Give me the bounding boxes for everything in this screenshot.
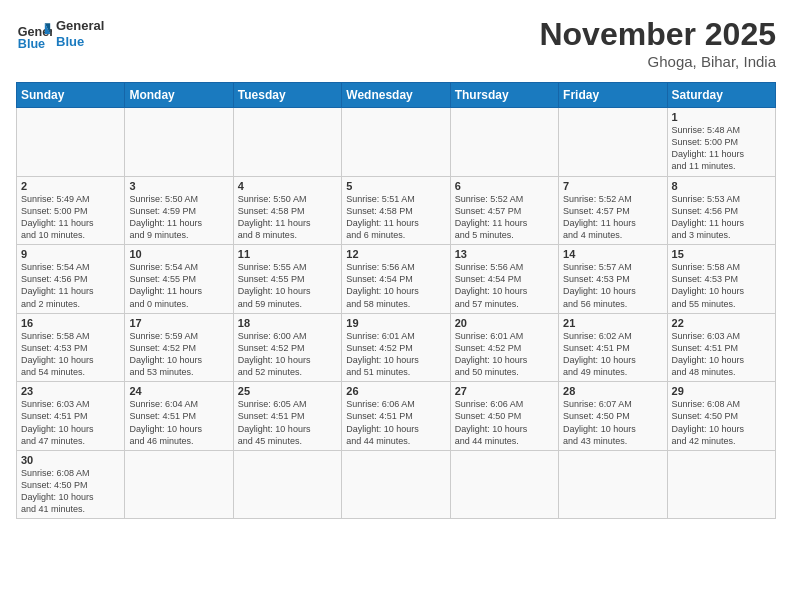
weekday-header-friday: Friday xyxy=(559,83,667,108)
day-info: Sunrise: 6:08 AM Sunset: 4:50 PM Dayligh… xyxy=(21,467,120,516)
calendar-cell: 14Sunrise: 5:57 AM Sunset: 4:53 PM Dayli… xyxy=(559,245,667,314)
calendar-table: SundayMondayTuesdayWednesdayThursdayFrid… xyxy=(16,82,776,519)
day-number: 6 xyxy=(455,180,554,192)
calendar-cell: 2Sunrise: 5:49 AM Sunset: 5:00 PM Daylig… xyxy=(17,176,125,245)
day-info: Sunrise: 6:03 AM Sunset: 4:51 PM Dayligh… xyxy=(21,398,120,447)
calendar-cell: 15Sunrise: 5:58 AM Sunset: 4:53 PM Dayli… xyxy=(667,245,775,314)
page-header: General Blue General Blue November 2025 … xyxy=(16,16,776,70)
logo: General Blue General Blue xyxy=(16,16,104,52)
calendar-cell: 17Sunrise: 5:59 AM Sunset: 4:52 PM Dayli… xyxy=(125,313,233,382)
day-info: Sunrise: 6:01 AM Sunset: 4:52 PM Dayligh… xyxy=(455,330,554,379)
day-info: Sunrise: 5:50 AM Sunset: 4:59 PM Dayligh… xyxy=(129,193,228,242)
calendar-cell: 23Sunrise: 6:03 AM Sunset: 4:51 PM Dayli… xyxy=(17,382,125,451)
day-number: 17 xyxy=(129,317,228,329)
calendar-cell: 16Sunrise: 5:58 AM Sunset: 4:53 PM Dayli… xyxy=(17,313,125,382)
calendar-cell: 1Sunrise: 5:48 AM Sunset: 5:00 PM Daylig… xyxy=(667,108,775,177)
day-number: 12 xyxy=(346,248,445,260)
day-info: Sunrise: 6:07 AM Sunset: 4:50 PM Dayligh… xyxy=(563,398,662,447)
weekday-header-tuesday: Tuesday xyxy=(233,83,341,108)
calendar-row-0: 1Sunrise: 5:48 AM Sunset: 5:00 PM Daylig… xyxy=(17,108,776,177)
weekday-header-saturday: Saturday xyxy=(667,83,775,108)
day-info: Sunrise: 5:50 AM Sunset: 4:58 PM Dayligh… xyxy=(238,193,337,242)
calendar-cell: 21Sunrise: 6:02 AM Sunset: 4:51 PM Dayli… xyxy=(559,313,667,382)
day-info: Sunrise: 5:59 AM Sunset: 4:52 PM Dayligh… xyxy=(129,330,228,379)
day-number: 28 xyxy=(563,385,662,397)
day-number: 14 xyxy=(563,248,662,260)
weekday-header-monday: Monday xyxy=(125,83,233,108)
weekday-header-sunday: Sunday xyxy=(17,83,125,108)
calendar-cell: 9Sunrise: 5:54 AM Sunset: 4:56 PM Daylig… xyxy=(17,245,125,314)
calendar-cell: 25Sunrise: 6:05 AM Sunset: 4:51 PM Dayli… xyxy=(233,382,341,451)
calendar-cell: 5Sunrise: 5:51 AM Sunset: 4:58 PM Daylig… xyxy=(342,176,450,245)
day-info: Sunrise: 5:58 AM Sunset: 4:53 PM Dayligh… xyxy=(672,261,771,310)
day-info: Sunrise: 5:56 AM Sunset: 4:54 PM Dayligh… xyxy=(346,261,445,310)
calendar-cell: 13Sunrise: 5:56 AM Sunset: 4:54 PM Dayli… xyxy=(450,245,558,314)
day-info: Sunrise: 6:04 AM Sunset: 4:51 PM Dayligh… xyxy=(129,398,228,447)
day-info: Sunrise: 6:08 AM Sunset: 4:50 PM Dayligh… xyxy=(672,398,771,447)
logo-icon: General Blue xyxy=(16,16,52,52)
day-number: 23 xyxy=(21,385,120,397)
calendar-cell: 26Sunrise: 6:06 AM Sunset: 4:51 PM Dayli… xyxy=(342,382,450,451)
day-number: 8 xyxy=(672,180,771,192)
day-info: Sunrise: 5:49 AM Sunset: 5:00 PM Dayligh… xyxy=(21,193,120,242)
calendar-row-1: 2Sunrise: 5:49 AM Sunset: 5:00 PM Daylig… xyxy=(17,176,776,245)
calendar-cell: 20Sunrise: 6:01 AM Sunset: 4:52 PM Dayli… xyxy=(450,313,558,382)
calendar-row-3: 16Sunrise: 5:58 AM Sunset: 4:53 PM Dayli… xyxy=(17,313,776,382)
logo-general-text: General xyxy=(56,18,104,34)
day-number: 26 xyxy=(346,385,445,397)
calendar-cell xyxy=(342,108,450,177)
calendar-cell xyxy=(450,108,558,177)
day-number: 29 xyxy=(672,385,771,397)
svg-text:Blue: Blue xyxy=(18,37,45,51)
day-number: 18 xyxy=(238,317,337,329)
calendar-cell xyxy=(17,108,125,177)
calendar-cell xyxy=(559,108,667,177)
calendar-row-2: 9Sunrise: 5:54 AM Sunset: 4:56 PM Daylig… xyxy=(17,245,776,314)
day-info: Sunrise: 5:52 AM Sunset: 4:57 PM Dayligh… xyxy=(455,193,554,242)
day-info: Sunrise: 6:06 AM Sunset: 4:50 PM Dayligh… xyxy=(455,398,554,447)
day-info: Sunrise: 5:51 AM Sunset: 4:58 PM Dayligh… xyxy=(346,193,445,242)
logo-blue-text: Blue xyxy=(56,34,104,50)
day-info: Sunrise: 6:05 AM Sunset: 4:51 PM Dayligh… xyxy=(238,398,337,447)
calendar-cell: 24Sunrise: 6:04 AM Sunset: 4:51 PM Dayli… xyxy=(125,382,233,451)
day-number: 16 xyxy=(21,317,120,329)
calendar-cell xyxy=(559,450,667,519)
day-info: Sunrise: 5:48 AM Sunset: 5:00 PM Dayligh… xyxy=(672,124,771,173)
calendar-cell: 27Sunrise: 6:06 AM Sunset: 4:50 PM Dayli… xyxy=(450,382,558,451)
day-info: Sunrise: 5:52 AM Sunset: 4:57 PM Dayligh… xyxy=(563,193,662,242)
day-info: Sunrise: 6:01 AM Sunset: 4:52 PM Dayligh… xyxy=(346,330,445,379)
weekday-header-thursday: Thursday xyxy=(450,83,558,108)
day-number: 21 xyxy=(563,317,662,329)
day-number: 1 xyxy=(672,111,771,123)
day-number: 30 xyxy=(21,454,120,466)
day-number: 3 xyxy=(129,180,228,192)
day-number: 20 xyxy=(455,317,554,329)
calendar-cell: 22Sunrise: 6:03 AM Sunset: 4:51 PM Dayli… xyxy=(667,313,775,382)
calendar-cell: 8Sunrise: 5:53 AM Sunset: 4:56 PM Daylig… xyxy=(667,176,775,245)
calendar-cell: 19Sunrise: 6:01 AM Sunset: 4:52 PM Dayli… xyxy=(342,313,450,382)
day-info: Sunrise: 5:53 AM Sunset: 4:56 PM Dayligh… xyxy=(672,193,771,242)
calendar-cell: 6Sunrise: 5:52 AM Sunset: 4:57 PM Daylig… xyxy=(450,176,558,245)
day-number: 9 xyxy=(21,248,120,260)
day-number: 7 xyxy=(563,180,662,192)
day-number: 24 xyxy=(129,385,228,397)
calendar-cell: 11Sunrise: 5:55 AM Sunset: 4:55 PM Dayli… xyxy=(233,245,341,314)
day-number: 15 xyxy=(672,248,771,260)
calendar-cell: 29Sunrise: 6:08 AM Sunset: 4:50 PM Dayli… xyxy=(667,382,775,451)
calendar-cell: 7Sunrise: 5:52 AM Sunset: 4:57 PM Daylig… xyxy=(559,176,667,245)
day-info: Sunrise: 6:03 AM Sunset: 4:51 PM Dayligh… xyxy=(672,330,771,379)
day-number: 13 xyxy=(455,248,554,260)
calendar-cell xyxy=(125,450,233,519)
calendar-cell: 30Sunrise: 6:08 AM Sunset: 4:50 PM Dayli… xyxy=(17,450,125,519)
day-info: Sunrise: 5:56 AM Sunset: 4:54 PM Dayligh… xyxy=(455,261,554,310)
day-number: 5 xyxy=(346,180,445,192)
month-year-title: November 2025 xyxy=(539,16,776,53)
day-info: Sunrise: 5:58 AM Sunset: 4:53 PM Dayligh… xyxy=(21,330,120,379)
calendar-cell: 18Sunrise: 6:00 AM Sunset: 4:52 PM Dayli… xyxy=(233,313,341,382)
day-info: Sunrise: 6:06 AM Sunset: 4:51 PM Dayligh… xyxy=(346,398,445,447)
day-info: Sunrise: 5:57 AM Sunset: 4:53 PM Dayligh… xyxy=(563,261,662,310)
calendar-cell xyxy=(342,450,450,519)
calendar-cell: 4Sunrise: 5:50 AM Sunset: 4:58 PM Daylig… xyxy=(233,176,341,245)
calendar-cell xyxy=(450,450,558,519)
calendar-cell: 12Sunrise: 5:56 AM Sunset: 4:54 PM Dayli… xyxy=(342,245,450,314)
